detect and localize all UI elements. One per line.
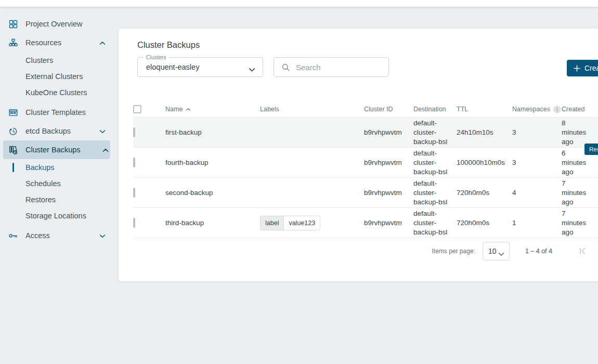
backup-destination: default-cluster-backup-bsl: [413, 119, 457, 147]
backup-destination: default-cluster-backup-bsl: [413, 179, 457, 207]
chevron-up-icon: [102, 145, 109, 154]
sidebar-item-kubeone-clusters[interactable]: KubeOne Clusters: [0, 84, 110, 100]
sidebar-item-label: Cluster Backups: [25, 146, 81, 154]
table-row[interactable]: first-backup b9rvhpwvtm default-cluster-…: [133, 117, 598, 147]
sidebar-item-cluster-templates[interactable]: Cluster Templates: [0, 103, 110, 122]
sidebar-item-label: Backups: [25, 163, 55, 172]
backup-destination: default-cluster-backup-bsl: [413, 209, 457, 237]
paginator: Items per page: 10 1 – 4 of 4: [133, 238, 598, 264]
sidebar-item-etcd-backups[interactable]: etcd Backups: [0, 122, 110, 140]
top-toolbar: [0, 0, 598, 7]
sidebar-item-label: Access: [25, 231, 50, 240]
sitemap-icon: [8, 38, 18, 48]
sidebar-item-access[interactable]: Access: [0, 226, 110, 245]
backup-ttl: 720h0m0s: [457, 218, 512, 228]
sidebar-item-label: KubeOne Clusters: [25, 88, 87, 97]
active-indicator-bar: [12, 163, 14, 172]
sidebar-item-backups[interactable]: Backups: [0, 159, 110, 175]
sidebar-item-label: Project Overview: [25, 20, 83, 28]
template-card-icon: [8, 108, 18, 118]
label-chip: label value123: [260, 216, 320, 230]
row-checkbox[interactable]: [133, 218, 135, 228]
sidebar-item-project-overview[interactable]: Project Overview: [0, 15, 110, 33]
sidebar-item-cluster-backups[interactable]: Cluster Backups: [3, 140, 110, 159]
chevron-down-icon: [498, 249, 504, 258]
sidebar-item-label: etcd Backups: [25, 127, 71, 135]
cluster-backups-panel: Cluster Backups Clusters eloquent-easley…: [119, 29, 598, 281]
column-header-namespaces: Namespaces i: [512, 106, 562, 113]
backup-ttl: 720h0m0s: [457, 188, 512, 198]
page-size-value: 10: [483, 242, 509, 260]
history-clock-icon: [8, 126, 18, 136]
restore-tooltip: Restore: [584, 144, 598, 155]
backup-name: third-backup: [165, 218, 260, 228]
sidebar-item-label: Cluster Templates: [25, 108, 86, 116]
backup-destination: default-cluster-backup-bsl: [413, 149, 457, 177]
create-button[interactable]: Create: [567, 60, 598, 76]
backups-table: Name Labels Cluster ID Destination TTL N…: [133, 101, 598, 264]
first-page-button[interactable]: [577, 246, 588, 256]
clusters-select[interactable]: Clusters eloquent-easley: [137, 57, 263, 77]
select-all-checkbox[interactable]: [133, 105, 141, 113]
clusters-select-label: Clusters: [144, 54, 169, 60]
clusters-select-value: eloquent-easley: [138, 58, 263, 76]
backup-namespaces: 3: [512, 158, 562, 167]
sidebar-item-external-clusters[interactable]: External Clusters: [0, 68, 110, 84]
page-range-label: 1 – 4 of 4: [525, 248, 552, 255]
label-chip-key: label: [261, 216, 283, 230]
column-header-destination: Destination: [413, 106, 457, 113]
table-header-row: Name Labels Cluster ID Destination TTL N…: [133, 101, 598, 117]
backups-archive-clock-icon: [8, 145, 18, 155]
row-checkbox[interactable]: [133, 158, 135, 167]
backup-labels: label value123: [260, 216, 364, 230]
row-checkbox[interactable]: [133, 188, 135, 198]
sidebar-item-restores[interactable]: Restores: [0, 191, 110, 207]
plus-icon: [574, 65, 580, 72]
search-icon: [281, 63, 290, 72]
sidebar-item-storage-locations[interactable]: Storage Locations: [0, 207, 110, 224]
chevron-down-icon: [99, 231, 106, 240]
filter-bar: Clusters eloquent-easley: [137, 57, 598, 77]
sidebar-item-clusters[interactable]: Clusters: [0, 52, 110, 68]
grid-icon: [8, 19, 18, 29]
chevron-down-icon: [249, 65, 255, 74]
sidebar-item-schedules[interactable]: Schedules: [0, 175, 110, 191]
items-per-page-label: Items per page:: [432, 248, 475, 255]
column-header-cluster-id: Cluster ID: [364, 106, 413, 113]
backup-cluster-id: b9rvhpwvtm: [364, 128, 413, 137]
backup-created: 7 minutes ago: [562, 179, 595, 207]
sidebar-item-resources[interactable]: Resources: [0, 33, 110, 52]
backup-ttl: 100000h10m0s: [457, 158, 512, 167]
backup-created: 7 minutes ago: [562, 209, 595, 237]
table-row[interactable]: second-backup b9rvhpwvtm default-cluster…: [133, 177, 598, 207]
column-header-labels: Labels: [260, 106, 364, 113]
backup-namespaces: 1: [512, 218, 562, 228]
backup-namespaces: 3: [512, 128, 562, 137]
backup-cluster-id: b9rvhpwvtm: [364, 218, 413, 228]
chevron-down-icon: [99, 126, 106, 136]
backup-name: first-backup: [165, 128, 260, 137]
column-header-name[interactable]: Name: [165, 106, 260, 113]
sidebar-item-label: Schedules: [25, 179, 61, 188]
sidebar: Project Overview Resources Clusters Exte…: [0, 7, 119, 245]
page-size-select[interactable]: 10: [483, 242, 510, 261]
column-header-created: Created: [562, 106, 595, 113]
table-row[interactable]: fourth-backup b9rvhpwvtm default-cluster…: [133, 147, 598, 177]
column-header-ttl: TTL: [457, 106, 512, 113]
info-icon[interactable]: i: [553, 106, 561, 113]
backup-name: fourth-backup: [165, 158, 260, 167]
row-checkbox[interactable]: [133, 127, 135, 137]
search-input[interactable]: [296, 63, 379, 72]
sidebar-item-label: Storage Locations: [25, 212, 86, 220]
backup-namespaces: 4: [512, 188, 562, 198]
table-row[interactable]: third-backup label value123 b9rvhpwvtm d…: [133, 207, 598, 238]
label-chip-value: value123: [283, 216, 320, 230]
sidebar-item-label: Resources: [25, 38, 61, 47]
backup-ttl: 24h10m10s: [457, 128, 512, 137]
sidebar-item-label: External Clusters: [25, 72, 83, 81]
backup-created: 8 minutes ago: [562, 119, 595, 147]
create-button-label: Create: [584, 64, 598, 72]
sidebar-item-label: Clusters: [25, 56, 53, 64]
page-title: Cluster Backups: [137, 40, 598, 50]
backup-name: second-backup: [165, 188, 260, 198]
